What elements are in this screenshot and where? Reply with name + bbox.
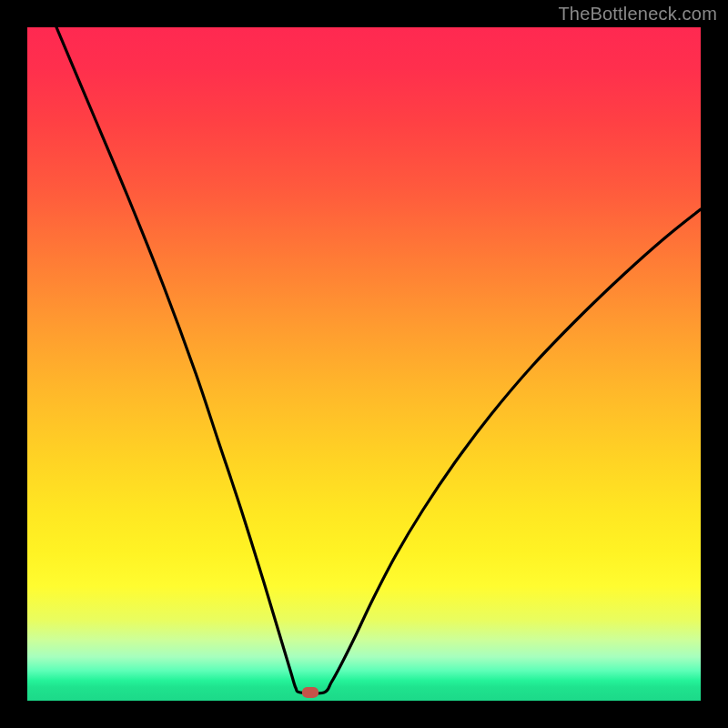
plot-area (27, 27, 701, 701)
watermark-text: TheBottleneck.com (558, 4, 717, 25)
chart-frame: TheBottleneck.com (0, 0, 728, 728)
optimum-marker (302, 687, 318, 698)
bottleneck-curve (56, 27, 701, 693)
curve-svg (27, 27, 701, 701)
